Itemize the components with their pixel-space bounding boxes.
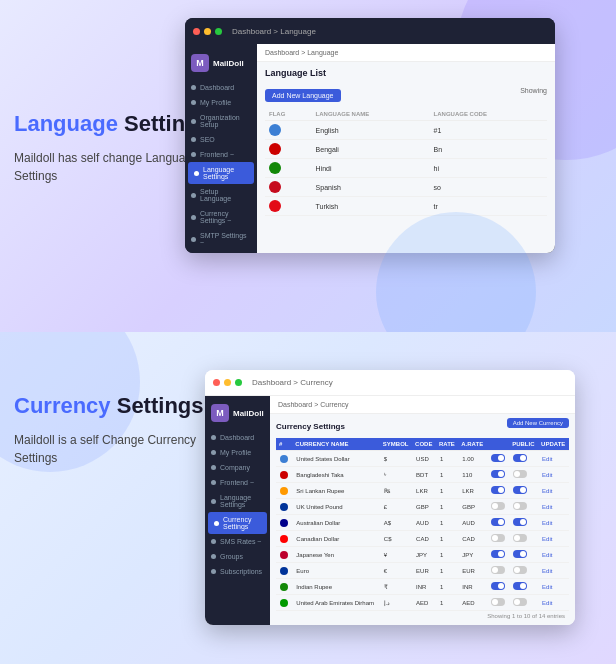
sidebar-item-smtp[interactable]: SMTP Settings ~ [185,228,257,250]
toggle-public[interactable] [513,518,527,526]
update-link[interactable]: Edit [538,563,569,579]
currency-arate: CAD [458,531,486,547]
toggle-public[interactable] [513,566,527,574]
sidebar-item-org[interactable]: Organization Setup [185,110,257,132]
toggle-active[interactable] [491,486,505,494]
sidebar-item-language[interactable]: Language Settings [188,162,254,184]
currency-name: Bangladeshi Taka [292,467,379,483]
top-text-block: Language Settings Maildoll has self chan… [14,110,211,185]
toggle-active[interactable] [491,598,505,606]
table-row: Euro € EUR 1 EUR Edit [276,563,569,579]
table-row: Indian Rupee ₹ INR 1 INR Edit [276,579,569,595]
sidebar-item-sms[interactable]: SMS Settings ~ [185,250,257,253]
update-link[interactable]: Edit [538,531,569,547]
sidebar-label: Dashboard [220,434,254,441]
toggle-public[interactable] [513,534,527,542]
flag-circle [269,143,281,155]
sidebar-item-dashboard[interactable]: Dashboard [185,80,257,95]
currency-code: GBP [412,499,436,515]
sidebar-dot [211,569,216,574]
bottom-section: Currency Settings Maildoll is a self Cha… [0,332,616,664]
update-link[interactable]: Edit [538,595,569,611]
currency-arate: JPY [458,547,486,563]
currency-code: USD [412,451,436,467]
update-link[interactable]: Edit [538,451,569,467]
top-section-title: Language Settings [14,110,211,139]
window-topbar: Dashboard > Language [185,18,555,44]
language-settings-window: Dashboard > Language M MailDoll Dashboar… [185,18,555,253]
currency-symbol: ¥ [380,547,412,563]
sidebar-logo: M MailDoll [185,50,257,80]
update-link[interactable]: Edit [538,467,569,483]
sidebar-item-dashboard[interactable]: Dashboard [205,430,270,445]
toggle-public[interactable] [513,502,527,510]
page-title: Language List [265,68,547,78]
currency-rate: 1 [436,515,458,531]
sidebar-item-setup[interactable]: Setup Language [185,184,257,206]
sidebar-item-lang[interactable]: Language Settings [205,490,270,512]
toggle-public[interactable] [513,486,527,494]
update-link[interactable]: Edit [538,499,569,515]
update-link[interactable]: Edit [538,483,569,499]
minimize-dot [224,379,231,386]
sidebar-item-profile[interactable]: My Profile [185,95,257,110]
toggle-public[interactable] [513,582,527,590]
sidebar-item-sms[interactable]: SMS Rates ~ [205,534,270,549]
update-link[interactable]: Edit [538,515,569,531]
lang-name: Turkish [312,197,430,216]
top-description: Maildoll has self change Language Settin… [14,149,199,185]
sidebar-item-groups[interactable]: Groups [205,549,270,564]
currency-name: Sri Lankan Rupee [292,483,379,499]
toggle-active[interactable] [491,550,505,558]
sidebar-label: Company [220,464,250,471]
toggle-public[interactable] [513,598,527,606]
sidebar-item-seo[interactable]: SEO [185,132,257,147]
currency-name: United Arab Emirates Dirham [292,595,379,611]
sidebar-item-frontend[interactable]: Frontend ~ [185,147,257,162]
sidebar-label: SEO [200,136,215,143]
toggle-active[interactable] [491,518,505,526]
sidebar-item-frontend[interactable]: Frontend ~ [205,475,270,490]
sidebar-dot [191,193,196,198]
currency-rate: 1 [436,499,458,515]
currency-code: LKR [412,483,436,499]
sidebar-item-currency[interactable]: Currency Settings [208,512,267,534]
toggle-public[interactable] [513,454,527,462]
toggle-active[interactable] [491,566,505,574]
toggle-active[interactable] [491,502,505,510]
flag-icon [280,583,288,591]
flag-circle [269,162,281,174]
toggle-public[interactable] [513,470,527,478]
update-link[interactable]: Edit [538,579,569,595]
window-breadcrumb: Dashboard > Language [232,27,316,36]
currency-breadcrumb: Dashboard > Currency [278,401,349,408]
toggle-active[interactable] [491,534,505,542]
sidebar-label: Currency Settings [223,516,261,530]
flag-icon [280,455,288,463]
toolbar: Add New Language Showing [265,84,547,108]
sidebar-dot [194,171,199,176]
bottom-title-highlight: Currency [14,393,111,418]
update-link[interactable]: Edit [538,547,569,563]
currency-name: Japanese Yen [292,547,379,563]
currency-symbol: ₨ [380,483,412,499]
currency-code: CAD [412,531,436,547]
sidebar-item-sub[interactable]: Subscriptions [205,564,270,579]
sidebar-item-currency[interactable]: Currency Settings ~ [185,206,257,228]
toggle-public[interactable] [513,550,527,558]
window-body: M MailDoll Dashboard My Profile Company [205,396,575,625]
sidebar-item-profile[interactable]: My Profile [205,445,270,460]
sidebar-dot [211,435,216,440]
toggle-active[interactable] [491,454,505,462]
add-currency-button[interactable]: Add New Currency [507,418,569,428]
sidebar-item-company[interactable]: Company [205,460,270,475]
lang-name: Hindi [312,159,430,178]
currency-symbol: A$ [380,515,412,531]
toggle-active[interactable] [491,582,505,590]
sidebar-dot [191,137,196,142]
currency-arate: EUR [458,563,486,579]
maximize-dot [235,379,242,386]
toggle-active[interactable] [491,470,505,478]
sidebar-dot [191,119,196,124]
add-language-button[interactable]: Add New Language [265,89,341,102]
